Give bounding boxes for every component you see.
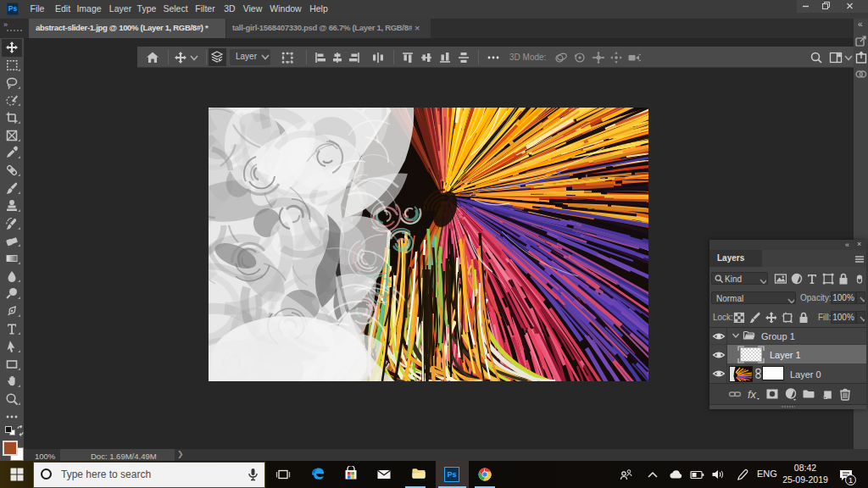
svg-text:fx: fx xyxy=(748,388,757,401)
